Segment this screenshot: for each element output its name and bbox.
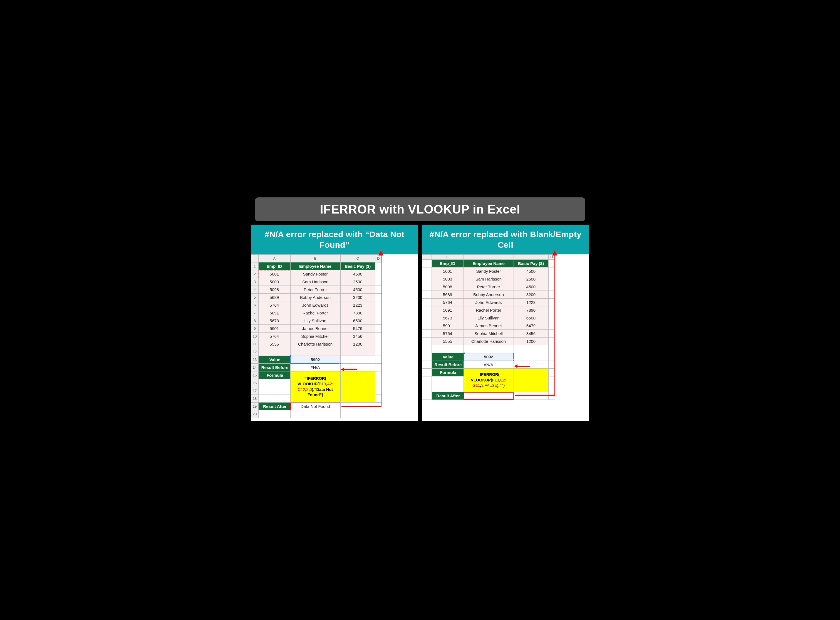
table-header[interactable]: Employee Name <box>290 262 340 270</box>
col-header[interactable]: A <box>258 255 290 262</box>
cell[interactable]: 5479 <box>513 322 548 330</box>
result-before-cell[interactable]: #N/A <box>290 364 340 372</box>
cell[interactable]: James Bennet <box>290 325 340 333</box>
cell[interactable] <box>548 337 555 345</box>
formula-label[interactable]: Formula <box>432 369 464 376</box>
col-header[interactable]: G <box>513 255 548 260</box>
cell[interactable] <box>513 353 548 361</box>
cell[interactable] <box>548 330 555 337</box>
cell[interactable]: 5764 <box>258 301 290 309</box>
col-header[interactable]: F <box>464 255 513 260</box>
cell[interactable] <box>422 384 432 392</box>
cell[interactable]: 2500 <box>513 275 548 283</box>
value-cell[interactable]: 5902 <box>290 356 340 364</box>
cell[interactable]: Peter Turner <box>464 283 513 291</box>
cell[interactable]: 5764 <box>432 330 464 337</box>
cell[interactable]: 5764 <box>258 333 290 340</box>
cell[interactable] <box>258 387 290 395</box>
cell[interactable] <box>432 384 464 392</box>
cell[interactable]: John Edwards <box>464 299 513 306</box>
cell[interactable] <box>464 345 513 353</box>
cell[interactable]: Sandy Foster <box>290 270 340 278</box>
row-header[interactable]: 2 <box>251 270 258 278</box>
cell[interactable] <box>422 268 432 275</box>
col-header[interactable]: E <box>432 255 464 260</box>
cell[interactable] <box>258 348 290 356</box>
cell[interactable]: Lily Sullivan <box>290 317 340 325</box>
cell[interactable]: 5689 <box>432 291 464 299</box>
cell[interactable] <box>422 337 432 345</box>
row-header[interactable]: 11 <box>251 340 258 348</box>
row-header[interactable]: 18 <box>251 395 258 403</box>
cell[interactable]: 7890 <box>340 309 375 317</box>
cell[interactable]: John Edwards <box>290 301 340 309</box>
cell[interactable] <box>513 369 548 392</box>
cell[interactable] <box>548 314 555 322</box>
cell[interactable] <box>422 376 432 384</box>
cell[interactable]: Sam Harisson <box>290 278 340 286</box>
cell[interactable] <box>548 322 555 330</box>
row-header[interactable]: 14 <box>251 364 258 372</box>
value-cell[interactable]: 5092 <box>464 353 513 361</box>
result-before-cell[interactable]: #N/A <box>464 361 513 369</box>
cell[interactable] <box>548 345 555 353</box>
row-header[interactable]: 6 <box>251 301 258 309</box>
cell[interactable] <box>513 361 548 369</box>
cell[interactable]: Lily Sullivan <box>464 314 513 322</box>
cell[interactable] <box>548 283 555 291</box>
result-before-label[interactable]: Result Before <box>432 361 464 369</box>
row-header[interactable]: 4 <box>251 286 258 293</box>
result-after-label[interactable]: Result After <box>258 403 290 410</box>
cell[interactable]: 3200 <box>513 291 548 299</box>
cell[interactable]: James Bennet <box>464 322 513 330</box>
cell[interactable]: 7890 <box>513 306 548 314</box>
cell[interactable] <box>548 392 555 400</box>
cell[interactable]: 5673 <box>258 317 290 325</box>
cell[interactable] <box>422 330 432 337</box>
cell[interactable] <box>432 345 464 353</box>
formula-cell[interactable]: =IFERROR( VLOOKUP(F13,E2: G11,3,FALSE),"… <box>464 369 513 392</box>
cell[interactable]: 6500 <box>340 317 375 325</box>
result-after-label[interactable]: Result After <box>432 392 464 400</box>
cell[interactable]: 5003 <box>432 275 464 283</box>
result-before-label[interactable]: Result Before <box>258 364 290 372</box>
cell[interactable] <box>548 369 555 376</box>
cell[interactable] <box>548 299 555 306</box>
cell[interactable]: Bobby Anderson <box>290 293 340 301</box>
col-header[interactable]: C <box>340 255 375 262</box>
cell[interactable] <box>513 345 548 353</box>
cell[interactable]: 5901 <box>432 322 464 330</box>
cell[interactable] <box>548 384 555 392</box>
cell[interactable]: Sophia Mitchell <box>290 333 340 340</box>
cell[interactable] <box>548 291 555 299</box>
cell[interactable] <box>340 372 375 403</box>
cell[interactable]: Bobby Anderson <box>464 291 513 299</box>
cell[interactable] <box>422 299 432 306</box>
table-header[interactable]: Emp_ID <box>432 260 464 268</box>
cell[interactable]: 5479 <box>340 325 375 333</box>
row-header[interactable]: 10 <box>251 333 258 340</box>
row-header[interactable]: 1 <box>251 262 258 270</box>
cell[interactable] <box>375 410 382 418</box>
cell[interactable] <box>258 379 290 387</box>
cell[interactable] <box>422 369 432 376</box>
row-header[interactable]: 9 <box>251 325 258 333</box>
cell[interactable]: Peter Turner <box>290 286 340 293</box>
cell[interactable] <box>548 306 555 314</box>
cell[interactable] <box>340 410 375 418</box>
cell[interactable]: 4500 <box>513 268 548 275</box>
cell[interactable]: 4500 <box>340 286 375 293</box>
cell[interactable]: 1200 <box>340 340 375 348</box>
table-header[interactable]: Emp_ID <box>258 262 290 270</box>
cell[interactable] <box>548 361 555 369</box>
cell[interactable] <box>513 392 548 400</box>
cell[interactable] <box>432 376 464 384</box>
cell[interactable]: 5555 <box>258 340 290 348</box>
cell[interactable] <box>290 410 340 418</box>
cell[interactable]: 1223 <box>513 299 548 306</box>
cell[interactable]: Sandy Foster <box>464 268 513 275</box>
cell[interactable] <box>422 283 432 291</box>
cell[interactable]: 5098 <box>258 286 290 293</box>
row-header[interactable]: 17 <box>251 387 258 395</box>
cell[interactable] <box>258 395 290 403</box>
